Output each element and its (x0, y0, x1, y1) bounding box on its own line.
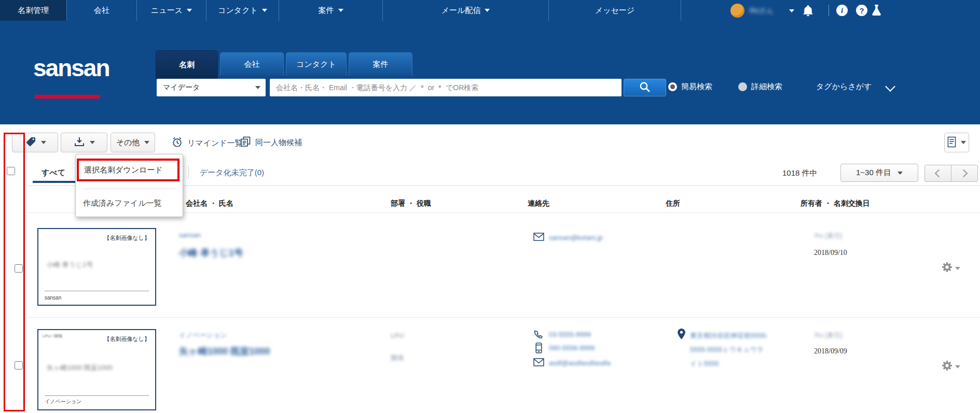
card-divider-line (45, 291, 149, 291)
reminder-list-link[interactable]: リマインド一覧 (171, 136, 243, 150)
simple-search-label: 簡易検索 (681, 82, 712, 92)
menu-item-download-selected-cards[interactable]: 選択名刺ダウンロード (77, 159, 180, 181)
simple-search-radio[interactable] (668, 82, 677, 91)
card-exchange-date: 2018/09/10 (814, 249, 847, 257)
search-tab-contact[interactable]: コンタクト (286, 52, 347, 76)
search-button[interactable] (624, 79, 666, 96)
company-name-blurred[interactable]: sansan (179, 231, 201, 239)
labs-flask-icon[interactable] (872, 4, 881, 18)
detail-search-radio[interactable] (738, 82, 747, 91)
caret-down-icon (961, 141, 966, 144)
nav-item-contact[interactable]: コンタクト (206, 0, 279, 21)
page-range-select[interactable]: 1~30 件目 (840, 164, 918, 182)
card-company-footer: sansan (45, 295, 61, 301)
notifications-bell-icon[interactable] (802, 4, 815, 19)
nav-item-company[interactable]: 会社 (66, 0, 136, 21)
search-icon (639, 81, 651, 95)
menu-item-created-files-list[interactable]: 作成済みファイル一覧 (83, 194, 162, 212)
top-bar: 名刺管理 会社 ニュース コンタクト 案件 メール配信 メッセージ Roさん (0, 0, 980, 21)
detail-search-label: 詳細検索 (751, 82, 782, 92)
caret-down-icon (262, 9, 267, 12)
caret-down-icon (187, 9, 192, 12)
caret-down-icon (955, 267, 960, 270)
col-header-department-title: 部署 ・ 役職 (391, 199, 431, 208)
caret-down-icon (144, 141, 149, 144)
card-person-name-blurred: 小峰 孝うじ1号 (47, 260, 93, 269)
col-header-address: 住所 (666, 199, 680, 208)
duplicate-pages-icon (240, 136, 251, 149)
tag-browse-link[interactable]: タグからさがす (816, 82, 872, 92)
search-header-panel (0, 21, 980, 124)
person-name-blurred[interactable]: 小峰 孝うじ1号 (179, 247, 243, 259)
row-actions-menu[interactable] (942, 360, 960, 373)
row-divider (27, 317, 980, 318)
business-card-thumbnail[interactable]: LPU / 開発 【名刺画像なし】 矢ヶ崎1000 既室1000 イノベーション (37, 329, 156, 410)
row-actions-menu[interactable] (942, 262, 960, 275)
person-name-blurred[interactable]: 矢ヶ崎1000 既室1000 (179, 345, 270, 358)
col-header-owner-exchange-date: 所有者 ・ 名刺交換日 (800, 199, 870, 208)
sansan-app-window: 名刺管理 会社 ニュース コンタクト 案件 メール配信 メッセージ Roさん s… (0, 0, 980, 413)
caret-down-icon (955, 365, 960, 368)
card-dept-blurred: LPU / 開発 (43, 333, 62, 339)
search-scope-select[interactable]: マイデータ (157, 79, 266, 96)
gear-icon (942, 360, 953, 373)
nav-item-news[interactable]: ニュース (136, 0, 206, 21)
nav-item-message[interactable]: メッセージ (548, 0, 681, 21)
email-icon (533, 358, 544, 368)
menu-divider (83, 189, 175, 189)
no-card-image-label: 【名刺画像なし】 (104, 234, 150, 242)
active-tab-underline (33, 181, 75, 183)
list-view-icon (947, 136, 956, 149)
user-name-blurred[interactable]: Roさん (750, 6, 774, 16)
search-tab-cards[interactable]: 名刺 (156, 50, 218, 79)
download-dropdown-menu: 選択名刺ダウンロード 作成済みファイル一覧 (75, 154, 183, 217)
caret-down-icon (485, 9, 490, 12)
caret-down-icon (41, 141, 46, 144)
search-input[interactable] (270, 79, 622, 96)
chevron-left-icon (935, 169, 943, 178)
red-annotation-box-checkbox-column (4, 133, 25, 411)
user-avatar[interactable] (730, 4, 744, 18)
search-tab-company[interactable]: 会社 (220, 52, 284, 76)
same-person-candidates-link[interactable]: 同一人物候補 (240, 136, 302, 149)
logo-red-underline (35, 95, 100, 98)
next-page-button[interactable] (951, 165, 978, 182)
download-menu-button[interactable] (61, 133, 107, 152)
tab-all-cards[interactable]: すべて (42, 168, 65, 178)
view-toggle-button[interactable] (944, 133, 969, 152)
job-title-blurred: 開発 (391, 353, 404, 363)
department-blurred: LPU (391, 332, 404, 339)
gear-icon (942, 262, 953, 275)
tab-divider (188, 166, 189, 178)
col-header-contact: 連絡先 (528, 199, 549, 208)
chevron-right-icon (960, 169, 968, 178)
caret-down-icon (898, 172, 903, 175)
email-address-blurred: sansan@kotani.jp (549, 234, 603, 241)
nav-item-deals[interactable]: 案件 (279, 0, 382, 21)
search-tab-deals[interactable]: 案件 (349, 52, 412, 76)
no-card-image-label: 【名刺画像なし】 (104, 335, 150, 343)
card-person-name-blurred: 矢ヶ崎1000 既室1000 (47, 363, 113, 373)
alarm-clock-icon (171, 136, 183, 150)
company-name-blurred[interactable]: イノベーション (179, 331, 227, 340)
nav-item-mail-delivery[interactable]: メール配信 (382, 0, 548, 21)
global-nav: 名刺管理 会社 ニュース コンタクト 案件 メール配信 メッセージ (0, 0, 980, 21)
caret-down-icon (255, 86, 260, 89)
phone-number-blurred: 03-5555-9999 (549, 331, 591, 338)
caret-down-icon (90, 141, 95, 144)
nav-item-card-management[interactable]: 名刺管理 (0, 0, 66, 21)
address-blurred: 東京都渋谷区神宮前5555- 5555-5555トウキュウラ イト5555 (690, 329, 786, 371)
help-icon[interactable] (856, 5, 867, 16)
tag-icon (24, 136, 36, 149)
prev-page-button[interactable] (924, 165, 951, 182)
tab-pending-digitization[interactable]: データ化未完了(0) (200, 168, 264, 178)
info-icon[interactable] (836, 5, 848, 16)
topbar-divider (829, 5, 829, 16)
owner-name-blurred: Ro [兼任] (815, 331, 842, 340)
mobile-phone-icon (535, 343, 542, 355)
map-pin-icon (678, 329, 685, 341)
business-card-thumbnail[interactable]: 【名刺画像なし】 小峰 孝うじ1号 sansan (37, 228, 156, 306)
card-company-footer: イノベーション (45, 398, 81, 405)
card-exchange-date: 2018/09/09 (814, 347, 847, 355)
more-menu-button[interactable]: その他 (111, 133, 155, 152)
